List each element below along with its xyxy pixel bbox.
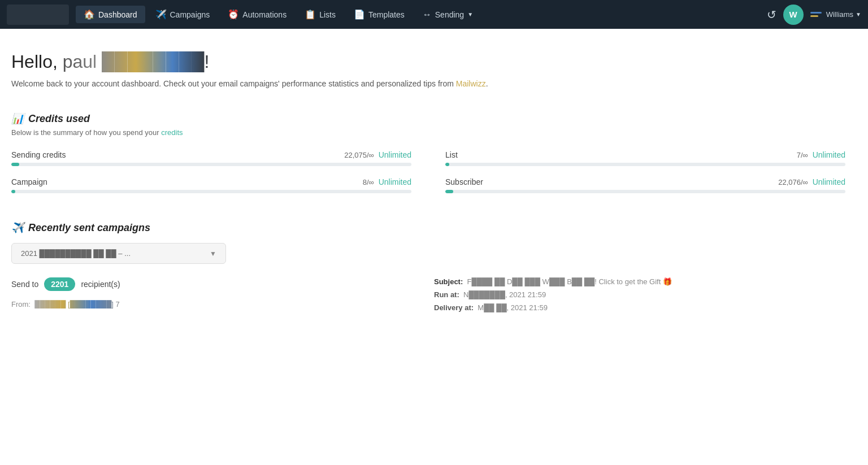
recent-campaigns-section: ✈️ Recently sent campaigns 2021 ████████… — [11, 221, 845, 312]
hero-subtitle: Welcome back to your account dashboard. … — [11, 78, 845, 90]
credit-campaign-label: Campaign — [11, 177, 47, 186]
campaigns-send-icon: ✈️ — [11, 221, 24, 234]
send-to-row: Send to 2201 recipient(s) — [11, 277, 423, 291]
automations-icon: ⏰ — [228, 9, 239, 20]
main-nav: 🏠 Dashboard ✈️ Campaigns ⏰ Automations 📋… — [0, 0, 868, 29]
credit-list: List 7/∞ Unlimited — [445, 150, 845, 166]
templates-icon: 📄 — [354, 9, 365, 20]
credits-section: 📊 Credits used Below is the summary of h… — [11, 112, 845, 193]
nav-item-templates[interactable]: 📄 Templates — [346, 6, 413, 23]
select-chevron-icon: ▼ — [210, 250, 216, 258]
credit-sending-label: Sending credits — [11, 150, 66, 159]
user-chevron-icon: ▼ — [856, 11, 861, 18]
credit-campaign: Campaign 8/∞ Unlimited — [11, 177, 411, 193]
username-display: paul ████████! — [63, 51, 210, 72]
credit-list-bar — [445, 163, 845, 166]
history-icon[interactable]: ↺ — [767, 8, 776, 21]
user-menu[interactable]: Williams ▼ — [810, 10, 861, 19]
nav-item-campaigns[interactable]: ✈️ Campaigns — [147, 6, 218, 23]
nav-logo[interactable] — [7, 5, 69, 25]
nav-item-sending[interactable]: ↔️ Sending ▼ — [415, 6, 481, 23]
recent-campaigns-title: ✈️ Recently sent campaigns — [11, 221, 845, 234]
credit-campaign-value: 8/∞ — [363, 178, 374, 186]
main-content: Hello, paul ████████! Welcome back to yo… — [0, 29, 868, 334]
campaign-selector[interactable]: 2021 ██████████ ██ ██ – ... ▼ — [11, 243, 226, 264]
nav-item-dashboard[interactable]: 🏠 Dashboard — [76, 6, 145, 23]
credit-sending: Sending credits 22,075/∞ Unlimited — [11, 150, 411, 166]
mailwizz-link[interactable]: Mailwizz — [456, 79, 486, 88]
credit-sending-bar — [11, 163, 411, 166]
lists-icon: 📋 — [305, 9, 316, 20]
credit-subscriber-bar — [445, 190, 845, 193]
dashboard-icon: 🏠 — [84, 9, 95, 20]
credits-link[interactable]: credits — [161, 128, 183, 137]
campaign-details: Send to 2201 recipient(s) From: ██████ [… — [11, 277, 845, 312]
run-at-row: Run at: N███████, 2021 21:59 — [434, 290, 845, 299]
nav-right: ↺ W Williams ▼ — [767, 5, 861, 25]
delivery-value: M██ ██, 2021 21:59 — [478, 303, 548, 312]
credit-subscriber-label: Subscriber — [445, 177, 483, 186]
credit-subscriber-value: 22,076/∞ — [778, 178, 808, 186]
campaign-left-column: Send to 2201 recipient(s) From: ██████ [… — [11, 277, 423, 312]
credit-campaign-bar — [11, 190, 411, 193]
delivery-row: Delivery at: M██ ██, 2021 21:59 — [434, 303, 845, 312]
campaigns-icon: ✈️ — [155, 9, 167, 20]
from-value: ██████ [████████] 7 — [34, 300, 120, 308]
from-row: From: ██████ [████████] 7 — [11, 300, 423, 308]
credit-list-value: 7/∞ — [797, 151, 808, 159]
credit-sending-value: 22,075/∞ — [344, 151, 374, 159]
delivery-label: Delivery at: — [434, 303, 474, 312]
run-at-label: Run at: — [434, 290, 459, 299]
credit-subscriber: Subscriber 22,076/∞ Unlimited — [445, 177, 845, 193]
subject-value: F████ ██ D██ ███ W███ B██ ██! Click to g… — [467, 277, 672, 286]
credits-grid: Sending credits 22,075/∞ Unlimited List … — [11, 150, 845, 193]
avatar[interactable]: W — [783, 5, 804, 25]
credit-campaign-unlimited: Unlimited — [379, 177, 411, 186]
campaign-right-column: Subject: F████ ██ D██ ███ W███ B██ ██! C… — [434, 277, 845, 312]
chevron-down-icon: ▼ — [467, 11, 473, 18]
hero-section: Hello, paul ████████! Welcome back to yo… — [11, 51, 845, 90]
sending-icon: ↔️ — [423, 10, 432, 20]
credit-list-unlimited: Unlimited — [813, 150, 845, 159]
credits-title: 📊 Credits used — [11, 112, 845, 125]
credits-icon: 📊 — [11, 112, 24, 125]
nav-item-lists[interactable]: 📋 Lists — [297, 6, 344, 23]
credit-subscriber-unlimited: Unlimited — [813, 177, 845, 186]
subject-row: Subject: F████ ██ D██ ███ W███ B██ ██! C… — [434, 277, 845, 286]
credit-list-label: List — [445, 150, 458, 159]
recipient-badge: 2201 — [44, 277, 75, 291]
credit-sending-unlimited: Unlimited — [379, 150, 411, 159]
campaign-select-text: 2021 ██████████ ██ ██ – ... — [21, 249, 131, 258]
nav-item-automations[interactable]: ⏰ Automations — [220, 6, 294, 23]
subject-label: Subject: — [434, 277, 463, 286]
credits-subtitle: Below is the summary of how you spend yo… — [11, 128, 845, 137]
run-at-value: N███████, 2021 21:59 — [463, 290, 546, 299]
username-decoration — [810, 10, 824, 19]
greeting-title: Hello, paul ████████! — [11, 51, 845, 72]
